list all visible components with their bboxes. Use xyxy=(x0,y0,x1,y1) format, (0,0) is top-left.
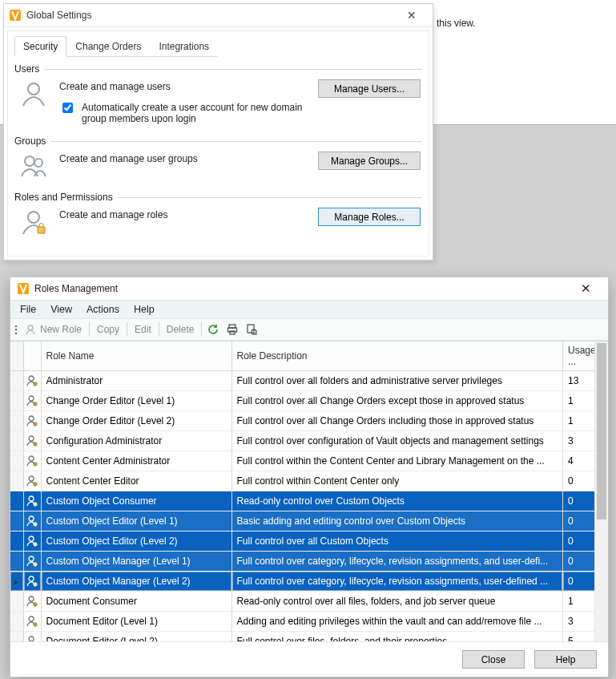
row-header[interactable] xyxy=(10,471,23,491)
table-row[interactable]: Configuration AdministratorFull control … xyxy=(10,431,608,451)
role-desc-cell[interactable]: Full control over configuration of Vault… xyxy=(232,431,563,451)
table-row[interactable]: Change Order Editor (Level 1)Full contro… xyxy=(10,391,608,411)
row-header[interactable] xyxy=(10,511,23,531)
role-desc-cell[interactable]: Full control over all Change Orders exce… xyxy=(232,391,563,411)
manage-users-button[interactable]: Manage Users... xyxy=(318,79,421,98)
roles-grid[interactable]: Role Name Role Description Usage ... Adm… xyxy=(10,342,608,641)
table-row[interactable]: Custom Object Editor (Level 2)Full contr… xyxy=(10,531,608,552)
grid-icon-col[interactable] xyxy=(23,342,41,371)
role-name-cell[interactable]: Document Editor (Level 1) xyxy=(41,612,232,632)
role-name-cell[interactable]: Change Order Editor (Level 2) xyxy=(41,411,232,431)
new-role-button[interactable]: New Role xyxy=(20,321,87,338)
role-name-cell[interactable]: Custom Object Editor (Level 2) xyxy=(41,531,232,552)
manage-roles-button[interactable]: Manage Roles... xyxy=(318,208,421,226)
row-header[interactable] xyxy=(10,451,23,471)
table-row[interactable]: Content Center EditorFull control within… xyxy=(10,471,608,491)
row-header[interactable] xyxy=(10,531,23,552)
role-desc-cell[interactable]: Full control over category, lifecycle, r… xyxy=(232,572,563,592)
tab-security[interactable]: Security xyxy=(14,36,66,57)
toolbar: ⋮ New Role Copy Edit Delete xyxy=(10,319,608,341)
table-row[interactable]: Content Center AdministratorFull control… xyxy=(10,451,608,471)
table-row[interactable]: Custom Object Manager (Level 1)Full cont… xyxy=(10,552,608,572)
role-desc-cell[interactable]: Adding and editing privileges within the… xyxy=(232,612,563,632)
role-name-cell[interactable]: Custom Object Consumer xyxy=(41,491,232,511)
edit-button[interactable]: Edit xyxy=(129,321,157,338)
svg-point-40 xyxy=(29,637,34,641)
row-header[interactable] xyxy=(10,592,23,612)
manage-groups-button[interactable]: Manage Groups... xyxy=(318,152,421,170)
role-desc-cell[interactable]: Full control over all Change Orders incl… xyxy=(232,411,563,431)
row-header[interactable] xyxy=(10,371,23,391)
print-icon[interactable] xyxy=(223,321,242,338)
col-role-name[interactable]: Role Name xyxy=(41,342,232,371)
close-icon[interactable]: ✕ xyxy=(570,280,602,297)
role-desc-cell[interactable]: Full control over category, lifecycle, r… xyxy=(232,552,563,572)
role-name-cell[interactable]: Custom Object Manager (Level 1) xyxy=(41,552,232,572)
row-header[interactable] xyxy=(10,612,23,632)
menu-help[interactable]: Help xyxy=(134,304,155,315)
table-row[interactable]: Custom Object Manager (Level 2)Full cont… xyxy=(10,572,608,592)
role-icon xyxy=(23,632,41,642)
row-header[interactable] xyxy=(10,632,23,642)
role-name-cell[interactable]: Change Order Editor (Level 1) xyxy=(41,391,232,411)
role-desc-cell[interactable]: Full control within the Content Center a… xyxy=(232,451,563,471)
tab-strip: Security Change Orders Integrations xyxy=(14,36,422,57)
new-role-label: New Role xyxy=(40,324,82,335)
role-name-cell[interactable]: Administrator xyxy=(41,371,232,391)
table-row[interactable]: Document ConsumerRead-only control over … xyxy=(10,592,608,612)
role-icon xyxy=(23,411,41,431)
row-header[interactable] xyxy=(10,431,23,451)
role-desc-cell[interactable]: Full control over all folders and admini… xyxy=(232,371,563,391)
role-name-cell[interactable]: Custom Object Editor (Level 1) xyxy=(41,511,232,531)
help-button[interactable]: Help xyxy=(534,650,597,669)
role-desc-cell[interactable]: Read-only control over all files, folder… xyxy=(232,592,563,612)
tab-integrations[interactable]: Integrations xyxy=(150,36,218,57)
svg-point-14 xyxy=(29,376,34,381)
svg-point-3 xyxy=(34,159,42,167)
col-role-desc[interactable]: Role Description xyxy=(232,342,563,371)
auto-create-user-label[interactable]: Automatically create a user account for … xyxy=(82,102,306,124)
global-settings-titlebar[interactable]: Global Settings ✕ xyxy=(4,4,433,27)
role-name-cell[interactable]: Content Center Editor xyxy=(41,471,232,491)
refresh-icon[interactable] xyxy=(203,321,223,338)
row-header[interactable] xyxy=(10,491,23,511)
menu-view[interactable]: View xyxy=(50,304,72,315)
toolbar-grip[interactable]: ⋮ xyxy=(14,324,18,335)
role-desc-cell[interactable]: Basic adding and editing control over Cu… xyxy=(232,511,563,531)
menu-actions[interactable]: Actions xyxy=(87,304,119,315)
table-row[interactable]: Custom Object Editor (Level 1)Basic addi… xyxy=(10,511,608,531)
role-name-cell[interactable]: Custom Object Manager (Level 2) xyxy=(41,572,232,592)
tab-change-orders[interactable]: Change Orders xyxy=(66,36,150,57)
print-preview-icon[interactable] xyxy=(242,321,261,338)
role-name-cell[interactable]: Content Center Administrator xyxy=(41,451,232,471)
role-name-cell[interactable]: Document Consumer xyxy=(41,592,232,612)
table-row[interactable]: Custom Object ConsumerRead-only control … xyxy=(10,491,608,511)
table-row[interactable]: Change Order Editor (Level 2)Full contro… xyxy=(10,411,608,431)
grid-corner[interactable] xyxy=(10,342,23,371)
row-header[interactable] xyxy=(10,391,23,411)
role-desc-cell[interactable]: Full control over files, folders, and th… xyxy=(232,632,563,642)
row-header[interactable] xyxy=(10,572,23,592)
menu-file[interactable]: File xyxy=(20,304,36,315)
copy-button[interactable]: Copy xyxy=(91,321,125,338)
role-desc-cell[interactable]: Full control over all Custom Objects xyxy=(232,531,563,552)
table-row[interactable]: Document Editor (Level 2)Full control ov… xyxy=(10,632,608,642)
close-icon[interactable]: ✕ xyxy=(396,6,428,24)
row-header[interactable] xyxy=(10,552,23,572)
close-button[interactable]: Close xyxy=(462,650,525,669)
table-row[interactable]: Document Editor (Level 1)Adding and edit… xyxy=(10,612,608,632)
role-desc-cell[interactable]: Full control within Content Center only xyxy=(232,471,563,491)
role-icon xyxy=(23,592,41,612)
role-name-cell[interactable]: Document Editor (Level 2) xyxy=(41,632,232,642)
role-name-cell[interactable]: Configuration Administrator xyxy=(41,431,232,451)
svg-point-26 xyxy=(29,496,34,501)
auto-create-user-checkbox[interactable] xyxy=(62,103,73,113)
delete-button[interactable]: Delete xyxy=(161,321,200,338)
role-desc-cell[interactable]: Read-only control over Custom Objects xyxy=(232,491,563,511)
table-row[interactable]: AdministratorFull control over all folde… xyxy=(10,371,608,391)
vertical-scrollbar[interactable] xyxy=(594,342,608,641)
roles-management-titlebar[interactable]: Roles Management ✕ xyxy=(10,277,608,300)
dialog-footer: Close Help xyxy=(10,641,608,677)
row-header[interactable] xyxy=(10,411,23,431)
svg-point-36 xyxy=(29,596,34,601)
